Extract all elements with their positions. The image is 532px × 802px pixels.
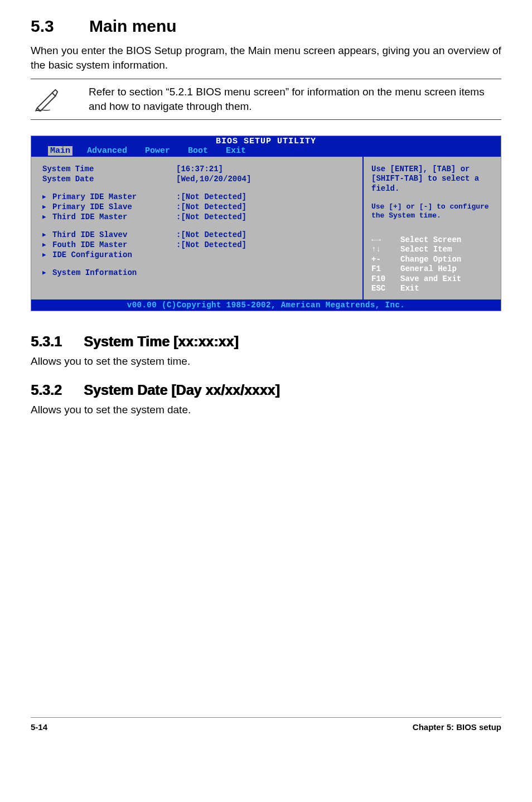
bios-help-panel: Use [ENTER], [TAB] or [SHIFT-TAB] to sel… <box>362 157 501 299</box>
row-ide-3[interactable]: ▶Third IDE Slavev :[Not Detected] <box>42 230 357 239</box>
ide-value-0: :[Not Detected] <box>176 192 357 201</box>
note-box: Refer to section “5.2.1 BIOS menu screen… <box>31 79 501 119</box>
ide-label-1: ▶Primary IDE Slave <box>42 202 176 211</box>
triangle-icon: ▶ <box>42 251 52 258</box>
tab-main[interactable]: Main <box>48 146 72 156</box>
ide-value-4: :[Not Detected] <box>176 240 357 249</box>
ide-value-3: :[Not Detected] <box>176 230 357 239</box>
section-532-title: System Date [Day xx/xx/xxxx] <box>84 382 280 398</box>
key-line: +-Change Option <box>371 255 495 265</box>
ide-label-0: ▶Primary IDE Master <box>42 192 176 201</box>
help-keys: ←→Select Screen ↑↓Select Item +-Change O… <box>371 235 495 294</box>
ide-value-5 <box>176 250 357 259</box>
help-text-2: Use [+] or [-] to configure the System t… <box>371 202 495 221</box>
system-date-value: [Wed,10/20/2004] <box>176 175 357 183</box>
ide-value-1: :[Not Detected] <box>176 202 357 211</box>
help-text-1: Use [ENTER], [TAB] or [SHIFT-TAB] to sel… <box>371 165 495 194</box>
tab-boot[interactable]: Boot <box>185 146 211 156</box>
section-531-number: 5.3.1 <box>31 334 84 350</box>
tab-exit[interactable]: Exit <box>223 146 249 156</box>
row-ide-1[interactable]: ▶Primary IDE Slave :[Not Detected] <box>42 202 357 211</box>
tab-power[interactable]: Power <box>142 146 173 156</box>
section-531-heading: 5.3.1System Time [xx:xx:xx] <box>31 334 501 350</box>
heading-title: Main menu <box>89 17 177 35</box>
section-531-text: Allows you to set the system time. <box>31 355 501 368</box>
system-time-label: System Time <box>42 165 176 173</box>
row-ide-4[interactable]: ▶Fouth IDE Master :[Not Detected] <box>42 240 357 249</box>
sysinfo-label: ▶System Information <box>42 268 176 277</box>
bios-footer: v00.00 (C)Copyright 1985-2002, American … <box>31 299 501 311</box>
section-532-number: 5.3.2 <box>31 382 84 398</box>
row-ide-2[interactable]: ▶Third IDE Master :[Not Detected] <box>42 212 357 221</box>
row-ide-5[interactable]: ▶IDE Configuration <box>42 250 357 259</box>
ide-value-2: :[Not Detected] <box>176 212 357 221</box>
key-line: ←→Select Screen <box>371 235 495 245</box>
row-system-time[interactable]: System Time [16:37:21] <box>42 165 357 173</box>
triangle-icon: ▶ <box>42 203 52 210</box>
heading-number: 5.3 <box>31 17 89 36</box>
chapter-label: Chapter 5: BIOS setup <box>413 722 501 732</box>
key-line: F1General Help <box>371 264 495 274</box>
pencil-icon <box>34 86 60 112</box>
bios-body: System Time [16:37:21] System Date [Wed,… <box>31 157 501 299</box>
bios-left-panel: System Time [16:37:21] System Date [Wed,… <box>31 157 362 299</box>
bios-tabs: Main Advanced Power Boot Exit <box>31 146 501 157</box>
triangle-icon: ▶ <box>42 241 52 248</box>
page-number: 5-14 <box>31 722 47 732</box>
system-date-label: System Date <box>42 175 176 183</box>
ide-label-2: ▶Third IDE Master <box>42 212 176 221</box>
key-line: ↑↓Select Item <box>371 245 495 255</box>
page-footer: 5-14 Chapter 5: BIOS setup <box>31 717 501 732</box>
triangle-icon: ▶ <box>42 231 52 238</box>
intro-paragraph: When you enter the BIOS Setup program, t… <box>31 44 501 72</box>
page-heading: 5.3Main menu <box>31 17 501 36</box>
row-system-date[interactable]: System Date [Wed,10/20/2004] <box>42 175 357 183</box>
row-ide-0[interactable]: ▶Primary IDE Master :[Not Detected] <box>42 192 357 201</box>
triangle-icon: ▶ <box>42 269 52 276</box>
section-532-heading: 5.3.2System Date [Day xx/xx/xxxx] <box>31 382 501 398</box>
row-sysinfo[interactable]: ▶System Information <box>42 268 357 277</box>
key-line: F10Save and Exit <box>371 274 495 284</box>
section-531-title: System Time [xx:xx:xx] <box>84 334 238 349</box>
triangle-icon: ▶ <box>42 213 52 220</box>
bios-title: BIOS SETUP UTILITY <box>31 136 501 146</box>
triangle-icon: ▶ <box>42 193 52 200</box>
key-line: ESCExit <box>371 284 495 294</box>
note-text: Refer to section “5.2.1 BIOS menu screen… <box>89 85 501 113</box>
bios-panel: BIOS SETUP UTILITY Main Advanced Power B… <box>31 136 501 311</box>
section-532-text: Allows you to set the system date. <box>31 404 501 416</box>
ide-label-4: ▶Fouth IDE Master <box>42 240 176 249</box>
ide-label-3: ▶Third IDE Slavev <box>42 230 176 239</box>
tab-advanced[interactable]: Advanced <box>84 146 130 156</box>
ide-label-5: ▶IDE Configuration <box>42 250 176 259</box>
system-time-value: [16:37:21] <box>176 165 357 173</box>
